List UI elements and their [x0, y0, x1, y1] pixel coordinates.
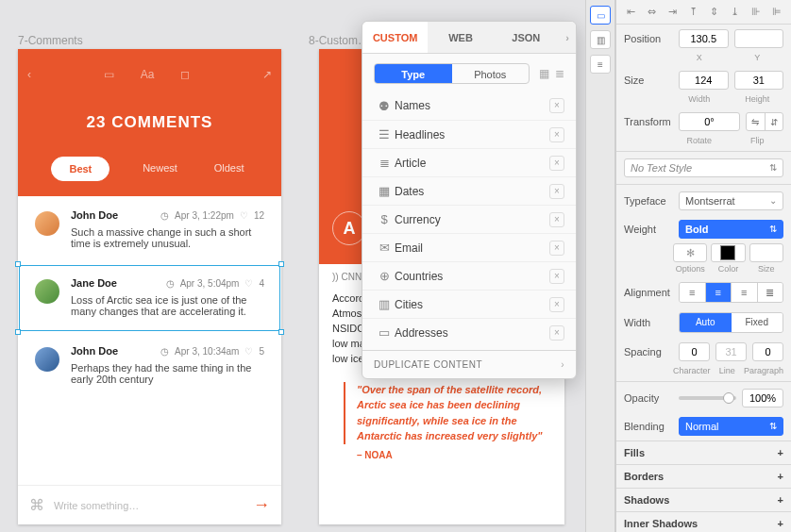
sort-best[interactable]: Best — [51, 157, 109, 181]
dropdown-row-cities[interactable]: ▥Cities× — [362, 290, 576, 318]
opacity-slider[interactable] — [679, 396, 736, 400]
blending-select[interactable]: Normal⇅ — [679, 417, 783, 436]
tab-web[interactable]: WEB — [428, 22, 493, 53]
width-auto[interactable]: Auto — [680, 313, 732, 332]
dropdown-row-countries[interactable]: ⊕Countries× — [362, 261, 576, 290]
send-icon[interactable]: → — [253, 495, 270, 515]
align-top-icon[interactable]: ⤒ — [686, 6, 699, 18]
align-center-h-icon[interactable]: ⇔ — [645, 6, 658, 18]
heart-icon[interactable]: ♡ — [244, 346, 253, 357]
add-shadow-icon[interactable]: + — [778, 494, 783, 506]
text-style-select[interactable]: No Text Style⇅ — [624, 158, 783, 177]
remove-icon[interactable]: × — [549, 241, 564, 256]
list-view-icon[interactable]: ≣ — [555, 67, 564, 80]
remove-icon[interactable]: × — [549, 297, 564, 312]
remove-icon[interactable]: × — [549, 156, 564, 171]
text-align-justify[interactable]: ≣ — [757, 283, 783, 302]
add-inner-shadow-icon[interactable]: + — [778, 518, 783, 529]
blending-label: Blending — [624, 421, 673, 432]
dropdown-footer[interactable]: DUPLICATE CONTENT › — [362, 350, 576, 378]
text-color-button[interactable] — [711, 243, 745, 262]
dropdown-row-names[interactable]: ⚉Names× — [362, 91, 576, 120]
comment-input[interactable]: Write something… — [54, 500, 139, 511]
dropdown-row-email[interactable]: ✉Email× — [362, 233, 576, 261]
remove-icon[interactable]: × — [549, 98, 564, 113]
tab-more[interactable]: › — [559, 22, 576, 53]
add-fill-icon[interactable]: + — [778, 447, 783, 458]
remove-icon[interactable]: × — [549, 212, 564, 227]
remove-icon[interactable]: × — [549, 127, 564, 142]
heart-icon[interactable]: ♡ — [240, 210, 248, 221]
artboard-comments[interactable]: ‹ ▭ Aa ◻ ↗ 23 COMMENTS Best Newest Oldes… — [18, 49, 281, 524]
comment-time: Apr 3, 10:34am — [175, 346, 239, 357]
share-icon[interactable]: ↗ — [262, 68, 272, 81]
typeface-select[interactable]: Montserrat⌄ — [679, 191, 783, 210]
height-input[interactable] — [734, 71, 784, 90]
align-right-icon[interactable]: ⇥ — [665, 6, 679, 18]
tab-json[interactable]: JSON — [494, 22, 559, 53]
position-x-input[interactable] — [679, 29, 729, 48]
comments-topbar: ‹ ▭ Aa ◻ ↗ — [18, 49, 281, 100]
position-y-input[interactable] — [734, 29, 784, 48]
bookmark-icon[interactable]: ◻ — [180, 68, 190, 81]
segment-photos[interactable]: Photos — [452, 64, 530, 83]
sort-oldest[interactable]: Oldest — [210, 157, 248, 181]
segment-type[interactable]: Type — [375, 64, 452, 83]
comments-header: ‹ ▭ Aa ◻ ↗ 23 COMMENTS Best Newest Oldes… — [18, 49, 281, 196]
grid-view-icon[interactable]: ▦ — [539, 67, 549, 80]
shadows-section[interactable]: Shadows+ — [616, 488, 791, 511]
tab-custom[interactable]: CUSTOM — [362, 22, 428, 53]
chat-icon[interactable]: ▭ — [104, 68, 114, 81]
design-canvas[interactable]: 7-Comments 8-Custom… ‹ ▭ Aa ◻ ↗ 23 COMME… — [0, 0, 585, 532]
line-spacing-input[interactable] — [715, 342, 747, 361]
font-icon[interactable]: Aa — [141, 68, 155, 81]
sort-newest[interactable]: Newest — [139, 157, 181, 181]
text-align-buttons: ≡ ≡ ≡ ≣ — [679, 282, 783, 303]
text-options-button[interactable]: ✻ — [673, 243, 707, 262]
char-spacing-input[interactable] — [679, 342, 710, 361]
dropdown-row-addresses[interactable]: ▭Addresses× — [362, 318, 576, 346]
fills-section[interactable]: Fills+ — [616, 441, 791, 464]
dropdown-row-currency[interactable]: $Currency× — [362, 205, 576, 233]
width-fixed[interactable]: Fixed — [732, 313, 783, 332]
comment-item[interactable]: John Doe ◷ Apr 3, 1:22pm ♡ 12 Such a mas… — [18, 196, 281, 264]
align-bottom-icon[interactable]: ⤓ — [729, 6, 742, 18]
add-border-icon[interactable]: + — [778, 471, 783, 482]
distribute-h-icon[interactable]: ⊪ — [749, 6, 763, 18]
font-size-input[interactable]: 26 — [749, 243, 783, 262]
inner-shadows-section[interactable]: Inner Shadows+ — [616, 511, 791, 532]
heart-icon[interactable]: ♡ — [244, 278, 253, 289]
strip-layers-icon[interactable]: ▥ — [590, 30, 611, 49]
dropdown-row-article[interactable]: ≣Article× — [362, 148, 576, 176]
align-left-icon[interactable]: ⇤ — [624, 6, 637, 18]
borders-section[interactable]: Borders+ — [616, 464, 791, 488]
strip-inspector-icon[interactable]: ▭ — [590, 6, 611, 25]
para-spacing-input[interactable] — [752, 342, 783, 361]
artboard-label-customize[interactable]: 8-Custom… — [309, 34, 369, 47]
text-align-center[interactable]: ≡ — [705, 283, 732, 302]
remove-icon[interactable]: × — [549, 184, 564, 199]
comment-item[interactable]: Jane Doe ◷ Apr 3, 5:04pm ♡ 4 Loss of Arc… — [18, 264, 281, 332]
dropdown-row-headlines[interactable]: ☰Headlines× — [362, 120, 576, 148]
strip-styles-icon[interactable]: ≡ — [590, 55, 611, 74]
attachment-icon[interactable]: ⌘ — [29, 496, 44, 514]
text-align-left[interactable]: ≡ — [680, 283, 705, 302]
remove-icon[interactable]: × — [549, 325, 564, 341]
weight-select[interactable]: Bold⇅ — [679, 220, 783, 239]
remove-icon[interactable]: × — [549, 269, 564, 284]
flip-h-icon[interactable]: ⇋ — [747, 113, 765, 130]
text-align-right[interactable]: ≡ — [731, 283, 757, 302]
flip-v-icon[interactable]: ⇵ — [765, 113, 783, 130]
comment-input-row: ⌘ Write something… → — [18, 485, 281, 524]
width-input[interactable] — [679, 71, 729, 90]
weight-label: Weight — [624, 224, 673, 235]
opacity-input[interactable] — [742, 389, 783, 407]
comment-item[interactable]: John Doe ◷ Apr 3, 10:34am ♡ 5 Perhaps th… — [18, 332, 281, 400]
dropdown-row-dates[interactable]: ▦Dates× — [362, 176, 576, 205]
back-icon[interactable]: ‹ — [27, 68, 31, 81]
artboard-label-comments[interactable]: 7-Comments — [18, 34, 83, 47]
rotate-input[interactable] — [679, 112, 740, 131]
distribute-v-icon[interactable]: ⊫ — [770, 6, 783, 18]
align-center-v-icon[interactable]: ⇕ — [708, 6, 721, 18]
like-count: 12 — [254, 210, 264, 221]
